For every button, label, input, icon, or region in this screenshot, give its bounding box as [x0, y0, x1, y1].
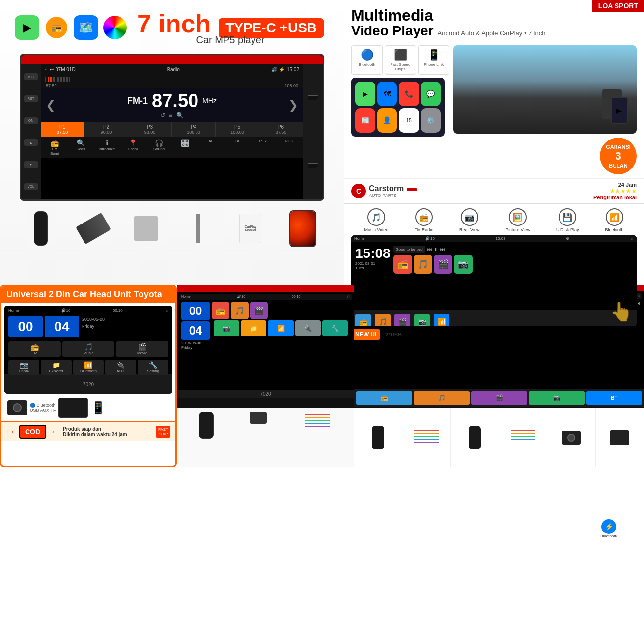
small-app-photo[interactable]: 📷	[414, 314, 430, 327]
bm-movie[interactable]: 🎬	[250, 302, 268, 319]
small-app-movie[interactable]: 🎬	[394, 314, 410, 327]
up-btn[interactable]: ▲	[24, 139, 38, 146]
bm-photo[interactable]: 📷	[214, 320, 239, 336]
date-info-bl: 2018-05-08 Friday	[81, 316, 106, 337]
wave-bar	[69, 77, 70, 82]
prev-btn[interactable]: ⏮	[427, 247, 432, 252]
bm-day: Friday	[181, 345, 210, 350]
picture-view-label: Picture View	[505, 227, 530, 232]
bm-explorer[interactable]: 📁	[241, 320, 266, 336]
eq-icon: 🎛️	[172, 139, 198, 147]
preset-p5[interactable]: P5 108.00	[216, 122, 259, 137]
bm-setting[interactable]: 🔧	[322, 320, 348, 336]
bm-aux[interactable]: 🔌	[295, 320, 321, 336]
preset-p6[interactable]: P6 87.50	[259, 122, 303, 137]
time-display: 15:02	[287, 67, 299, 72]
pty-btn[interactable]: PTY	[250, 139, 276, 156]
bm-date: 2018-05-08	[181, 341, 210, 345]
phone-acc-icon: 📱	[91, 401, 106, 415]
carstorm-icon: C	[351, 184, 366, 198]
carstorm-name: Carstorm	[369, 184, 404, 193]
bm-music[interactable]: 🎵	[231, 302, 249, 319]
small-app-bt[interactable]: 📶	[434, 314, 449, 327]
date-text-bl: 2018-05-08	[81, 316, 106, 323]
preset-label: P2	[85, 124, 127, 130]
music-app[interactable]: 🎵	[414, 255, 432, 274]
preset-p4[interactable]: P4 106.00	[172, 122, 216, 137]
stereo-main-screen: ⌂ ↩ 07M 01D Radio 🔊 ⚡ 15:02 |	[41, 64, 303, 199]
ms-bt[interactable]: 📶Bluetooth	[73, 360, 104, 375]
br-small-fm[interactable]: 📻	[356, 391, 412, 405]
preset-p2[interactable]: P2 90.00	[84, 122, 128, 137]
carplay-app-maps: 🗺	[377, 82, 397, 106]
wave-bar	[48, 77, 49, 82]
movie-app[interactable]: 🎬	[434, 255, 452, 274]
sound-icon: 🎧	[146, 139, 172, 147]
bm-hour: 00	[181, 302, 210, 320]
intro-btn[interactable]: ℹIntroduce	[94, 139, 120, 156]
small-app-fm[interactable]: 📻	[355, 314, 371, 327]
second-stereo-screen: 15:08 2021-08-31 Tues Good to be bad ⏮ ⏸	[351, 242, 637, 310]
ms-explorer[interactable]: 📁Explorer	[41, 360, 72, 375]
br-wiring-item-2	[499, 408, 547, 467]
chip-icon: ⬛	[387, 49, 414, 61]
br-small-bt-label[interactable]: BT	[586, 391, 642, 405]
ms-aux[interactable]: 🔌AUX	[105, 360, 136, 375]
wire-br2-3	[511, 436, 535, 437]
mic-btn[interactable]: MIC	[24, 73, 38, 80]
br-small-music[interactable]: 🎵	[414, 391, 470, 405]
sound-btn[interactable]: 🎧Sound	[146, 139, 172, 156]
br-small-movie[interactable]: 🎬	[471, 391, 527, 405]
rds-btn[interactable]: RDS	[276, 139, 302, 156]
br-small-photo[interactable]: 📷	[529, 391, 585, 405]
fm-app[interactable]: 📻	[393, 255, 412, 274]
bluetooth-feature: 🔵 Bluetooth	[351, 45, 383, 75]
bluetooth-feature-label: Bluetooth	[354, 62, 380, 67]
wire-5	[305, 426, 330, 427]
down-btn[interactable]: ▼	[24, 161, 38, 168]
feature-icons-row: 🎵 Music Video 📻 FM Radio 📷 Rear View 🖼️ …	[351, 208, 637, 232]
stereo-right-ports	[303, 64, 323, 199]
next-btn[interactable]: ⏭	[440, 247, 445, 252]
music-video-icon: 🎵	[367, 208, 385, 226]
wiring-harness	[303, 412, 332, 431]
prev-arrow[interactable]: ❮	[46, 98, 56, 112]
bluetooth-icon: 🔵	[354, 49, 380, 61]
preset-freq: 90.00	[85, 130, 127, 135]
ms-setting[interactable]: 🔧Setting	[138, 360, 168, 375]
bm-fm[interactable]: 📻	[212, 302, 229, 319]
ms-fm[interactable]: 📻FM	[8, 341, 61, 357]
carplay-app-contacts: 👤	[377, 108, 397, 133]
pengiriman-label: Pengiriman lokal	[593, 195, 637, 200]
wave-bar	[60, 77, 61, 82]
rst-btn[interactable]: RST	[24, 95, 38, 102]
play-btn[interactable]: ⏸	[434, 247, 439, 252]
small-app-music[interactable]: 🎵	[375, 314, 391, 327]
eq-btn[interactable]: 🎛️	[172, 139, 198, 156]
photo-app[interactable]: 📷	[454, 255, 473, 274]
bm-status-bar: Home 🔊16 00:10 ☆	[179, 294, 352, 300]
home-icon: ⌂	[45, 67, 48, 72]
carplay-screen: ▶ 🗺 📞 💬 📰 👤 15 ⚙️	[351, 78, 445, 137]
ta-btn[interactable]: TA	[224, 139, 250, 156]
ms-movie[interactable]: 🎬Movie	[116, 341, 168, 357]
movie-icon-bl: 🎬	[117, 343, 167, 351]
next-arrow[interactable]: ❯	[288, 98, 298, 112]
ms-music[interactable]: 🎵Music	[62, 341, 115, 357]
tf-label: TF	[50, 408, 56, 413]
scan-btn[interactable]: 🔍Scan	[68, 139, 94, 156]
udisk-label: U Disk Play	[556, 227, 579, 232]
carplay-app-extra: ⚙️	[421, 108, 441, 133]
preset-p3[interactable]: P3 98.00	[128, 122, 172, 137]
ms-photo[interactable]: 📷Photo	[8, 360, 39, 375]
bm-bt[interactable]: 📶	[268, 320, 293, 336]
preset-p1[interactable]: P1 87.50	[41, 122, 84, 137]
fm-band-btn[interactable]: 📻FMBand	[42, 139, 68, 156]
preset-label: P5	[217, 124, 258, 130]
vol-btn[interactable]: VOL	[24, 183, 38, 190]
hand-pointer: 👆	[606, 297, 637, 326]
local-btn[interactable]: 📍Local	[120, 139, 146, 156]
af-btn[interactable]: AF	[198, 139, 224, 156]
cod-arrow-left: →	[6, 427, 15, 437]
on-btn[interactable]: ON	[24, 117, 38, 124]
